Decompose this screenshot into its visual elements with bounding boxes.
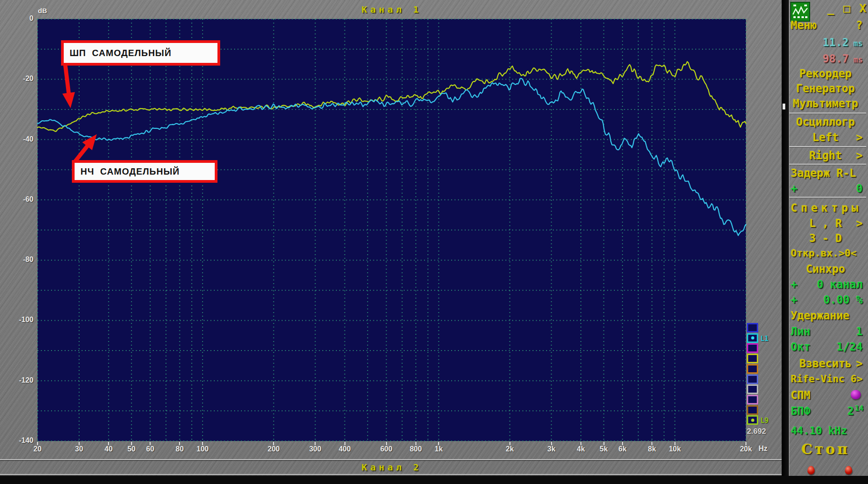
y-tick-label: -60 xyxy=(10,195,33,204)
maximize-button[interactable]: □ xyxy=(843,2,850,15)
unit-label: ms xyxy=(849,39,863,48)
generator-button[interactable]: Генератор xyxy=(789,82,867,96)
hold-button[interactable]: Удержание xyxy=(789,309,867,323)
menu-button-right-text: ? xyxy=(856,19,863,32)
panel-divider xyxy=(789,197,866,198)
x-tick-mark xyxy=(580,442,581,445)
status-leds xyxy=(789,465,867,479)
legend-swatch-8[interactable] xyxy=(747,395,758,404)
panel-divider xyxy=(789,146,866,147)
recorder-button-center-text: Рекордер xyxy=(789,67,862,80)
legend-swatch-10[interactable] xyxy=(747,415,758,425)
menu-button[interactable]: Меню? xyxy=(789,19,867,33)
octave-value-right-text: 1/24 xyxy=(836,341,863,353)
spectra-3d-button[interactable]: 3 - D xyxy=(789,232,867,246)
hold-button-left-text: Удержание xyxy=(791,309,849,322)
y-tick-label: -40 xyxy=(10,135,33,143)
annotation-box-shp: ШП САМОДЕЛЬНЫЙ xyxy=(61,40,220,66)
status-led-2 xyxy=(845,466,852,475)
legend-swatch-6[interactable] xyxy=(747,375,758,384)
recorder-button[interactable]: Рекордер xyxy=(789,67,867,81)
legend-swatch-2[interactable] xyxy=(747,333,758,343)
x-tick-label: 400 xyxy=(339,445,351,453)
splitter-handle[interactable] xyxy=(783,104,785,109)
stop-button[interactable]: Стоп xyxy=(789,441,867,455)
delay-rl-value-right-text: 0 xyxy=(856,182,863,195)
x-tick-mark xyxy=(622,442,623,445)
sync-percent-value-right-text: 0.00 % xyxy=(823,294,863,306)
stop-button-center-text: Стоп xyxy=(789,441,862,457)
spectrum-analyzer-window: Канал 1 dB Hz 0-20-40-60-80-100-120-140 … xyxy=(0,0,868,484)
weighting-button[interactable]: Взвесить> xyxy=(789,357,867,371)
delay-rl-label[interactable]: Задерж R-L xyxy=(789,167,867,180)
open-input-button[interactable]: Откр.вх.>0< xyxy=(789,247,867,261)
x-tick-label: 1k xyxy=(435,445,443,453)
x-tick-mark xyxy=(37,442,38,445)
close-button[interactable]: X xyxy=(859,2,866,15)
legend-swatch-7[interactable] xyxy=(747,384,758,394)
rife-vinc-button-left-text: Rife-Vinc xyxy=(791,373,844,384)
fft-size-value[interactable]: БПФ214 xyxy=(789,405,867,418)
fft-size-value-left-text: БПФ xyxy=(791,405,810,418)
multimeter-button-center-text: Мультиметр xyxy=(789,97,862,110)
x-tick-mark xyxy=(131,442,132,445)
legend-swatch-5[interactable] xyxy=(747,364,758,374)
channel-2-title: Канал 2 xyxy=(38,462,746,473)
x-tick-label: 10k xyxy=(669,445,681,453)
x-tick-label: 6k xyxy=(618,445,627,453)
right-channel-button[interactable]: Right> xyxy=(789,149,867,163)
x-tick-mark xyxy=(273,442,274,445)
time-readout-1: 11.2 ms xyxy=(789,36,867,50)
sync-percent-value-left-text: + xyxy=(791,294,797,306)
rife-vinc-button[interactable]: Rife-Vinc6> xyxy=(789,373,867,387)
octave-value[interactable]: Окт1/24 xyxy=(789,341,867,354)
minimize-button[interactable]: _ xyxy=(827,2,834,15)
y-tick-label: -20 xyxy=(10,75,33,83)
x-tick-mark xyxy=(604,442,604,445)
legend-swatch-1[interactable] xyxy=(747,323,758,332)
x-tick-mark xyxy=(108,442,109,445)
divider-line xyxy=(0,459,782,460)
y-tick-label: -120 xyxy=(10,376,33,384)
spm-button[interactable]: СПМ xyxy=(789,389,867,403)
delay-rl-value[interactable]: +0 xyxy=(789,182,867,196)
left-channel-button[interactable]: Left> xyxy=(789,131,867,145)
sync-percent-value[interactable]: +0.00 % xyxy=(789,294,867,307)
sync-channel-value-left-text: + xyxy=(791,278,797,291)
x-tick-label: 800 xyxy=(410,445,422,453)
legend-label-L9: L9 xyxy=(760,417,769,425)
splitter-scrollbar[interactable] xyxy=(782,0,789,476)
left-channel-button-right-text: > xyxy=(856,131,863,144)
sync-button-center-text: Синхро xyxy=(789,263,862,275)
multimeter-button[interactable]: Мультиметр xyxy=(789,97,867,111)
legend-swatch-3[interactable] xyxy=(747,343,758,353)
x-tick-mark xyxy=(315,442,316,445)
spectra-lr-button-right-text: > xyxy=(856,217,863,230)
spectra-lr-button[interactable]: L , R> xyxy=(789,217,867,231)
spectra-label[interactable]: Спектры xyxy=(789,202,867,215)
spectrum-plot-background xyxy=(38,19,746,441)
annotation-box-nch: НЧ САМОДЕЛЬНЫЙ xyxy=(72,160,217,183)
x-tick-mark xyxy=(675,442,675,445)
panel-divider xyxy=(789,164,866,165)
spm-button-left-text: СПМ xyxy=(791,389,810,402)
left-channel-button-center-text: Left xyxy=(789,131,862,144)
legend-swatch-4[interactable] xyxy=(747,354,758,363)
x-tick-label: 200 xyxy=(268,445,280,453)
x-tick-mark xyxy=(651,442,652,445)
rife-vinc-button-right-text: 6> xyxy=(851,373,863,384)
x-tick-label: 20 xyxy=(33,445,42,453)
x-tick-label: 60 xyxy=(146,445,154,453)
sync-channel-value[interactable]: +0 канал xyxy=(789,278,867,292)
spectra-3d-button-center-text: 3 - D xyxy=(789,232,862,245)
fft-size-value-right-text: 214 xyxy=(847,405,863,418)
lin-average-value[interactable]: Лин1 xyxy=(789,325,867,339)
generator-button-center-text: Генератор xyxy=(789,82,862,95)
legend-swatch-9[interactable] xyxy=(747,405,758,415)
x-axis-unit-label: Hz xyxy=(759,445,768,453)
x-tick-label: 100 xyxy=(197,445,209,453)
oscillograph-button[interactable]: Осциллогр xyxy=(789,116,867,129)
time-readout-2-right-text: 98.7 ms xyxy=(822,52,863,65)
x-tick-mark xyxy=(150,442,151,445)
sync-button[interactable]: Синхро xyxy=(789,263,867,276)
